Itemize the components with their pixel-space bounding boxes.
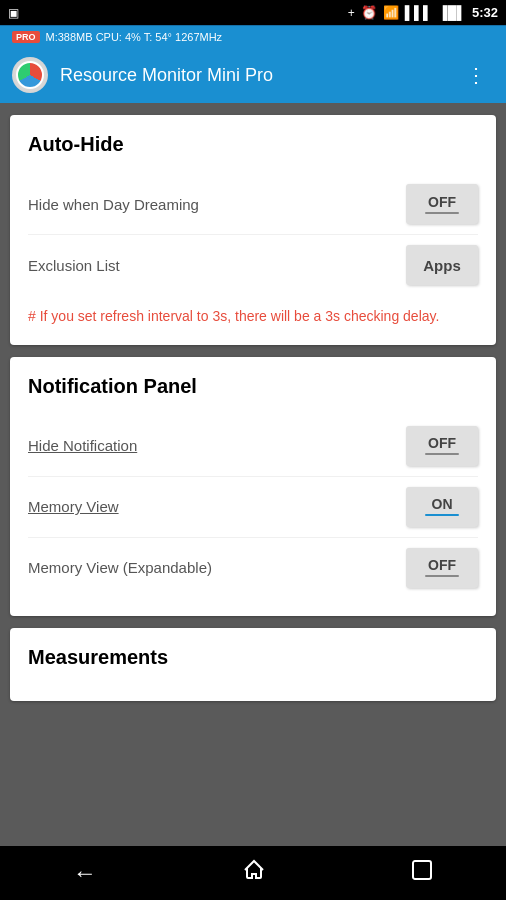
notification-panel-card: Notification Panel Hide Notification OFF… [10,357,496,616]
measurements-card: Measurements [10,628,496,701]
content-area: Auto-Hide Hide when Day Dreaming OFF Exc… [0,103,506,846]
battery-icon: ▐█▌ [438,5,466,20]
toggle-line-1 [425,453,459,455]
menu-button[interactable]: ⋮ [458,55,494,95]
memory-view-expandable-row: Memory View (Expandable) OFF [28,538,478,598]
refresh-note: # If you set refresh interval to 3s, the… [28,307,478,327]
toggle-line-2 [425,514,459,516]
hide-day-dreaming-row: Hide when Day Dreaming OFF [28,174,478,235]
screen-icon: ▣ [8,6,19,20]
stats-bar: PRO M:388MB CPU: 4% T: 54° 1267MHz [0,25,506,47]
hide-day-dreaming-label: Hide when Day Dreaming [28,196,199,213]
memory-view-expandable-value: OFF [428,558,456,572]
back-button[interactable]: ← [53,851,117,895]
exclusion-list-label: Exclusion List [28,257,120,274]
pro-badge: PRO [12,31,40,43]
auto-hide-card: Auto-Hide Hide when Day Dreaming OFF Exc… [10,115,496,345]
measurements-title: Measurements [28,646,478,669]
notification-panel-title: Notification Panel [28,375,478,398]
alarm-icon: ⏰ [361,5,377,20]
wifi-icon: 📶 [383,5,399,20]
apps-button[interactable]: Apps [406,245,478,285]
hide-notification-label[interactable]: Hide Notification [28,437,137,454]
stats-text: M:388MB CPU: 4% T: 54° 1267MHz [46,31,494,43]
status-right: + ⏰ 📶 ▌▌▌ ▐█▌ 5:32 [348,5,498,20]
svg-rect-0 [413,861,431,879]
memory-view-toggle[interactable]: ON [406,487,478,527]
app-icon [12,57,48,93]
top-bar: Resource Monitor Mini Pro ⋮ [0,47,506,103]
hide-notification-row: Hide Notification OFF [28,416,478,477]
exclusion-list-row: Exclusion List Apps [28,235,478,295]
app-title: Resource Monitor Mini Pro [60,65,458,86]
memory-view-expandable-label: Memory View (Expandable) [28,559,212,576]
memory-view-row: Memory View ON [28,477,478,538]
hide-day-dreaming-toggle[interactable]: OFF [406,184,478,224]
toggle-line [425,212,459,214]
status-left: ▣ [8,6,19,20]
hide-notification-value: OFF [428,436,456,450]
memory-view-expandable-toggle[interactable]: OFF [406,548,478,588]
memory-view-value: ON [432,497,453,511]
status-time: 5:32 [472,5,498,20]
hide-notification-toggle[interactable]: OFF [406,426,478,466]
signal-bars: ▌▌▌ [405,5,433,20]
app-icon-graphic [16,61,44,89]
hide-day-dreaming-value: OFF [428,195,456,209]
nav-bar: ← [0,846,506,900]
status-bar: ▣ + ⏰ 📶 ▌▌▌ ▐█▌ 5:32 [0,0,506,25]
memory-view-label[interactable]: Memory View [28,498,119,515]
recent-button[interactable] [391,851,453,895]
auto-hide-title: Auto-Hide [28,133,478,156]
toggle-line-3 [425,575,459,577]
home-button[interactable] [222,850,286,896]
bluetooth-icon: + [348,6,355,20]
